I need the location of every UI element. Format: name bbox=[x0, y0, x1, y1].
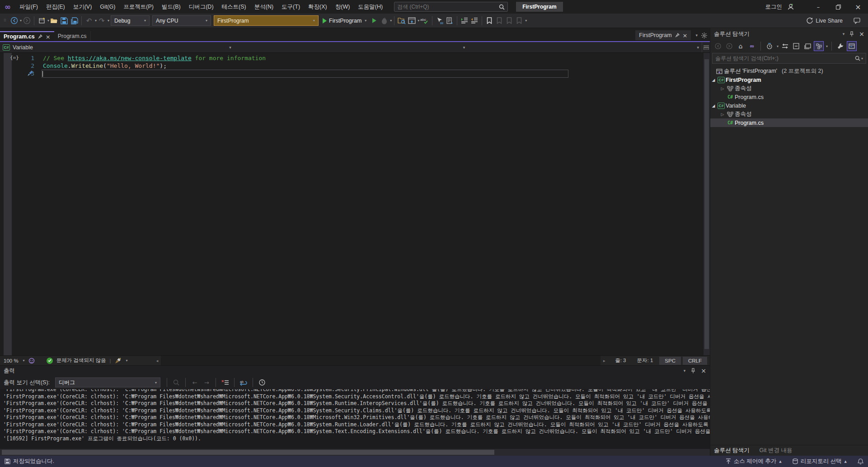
global-search-box[interactable] bbox=[394, 2, 508, 12]
tree-row-dependencies[interactable]: ▷ 종속성 bbox=[710, 84, 868, 93]
code-cleanup-dropdown[interactable]: ▾ bbox=[126, 359, 128, 363]
pending-changes-filter-icon[interactable] bbox=[765, 41, 774, 51]
output-horizontal-scrollbar[interactable] bbox=[0, 449, 710, 456]
close-panel-icon[interactable]: × bbox=[859, 30, 864, 38]
tree-row-solution[interactable]: 솔루션 'FirstProgram' (2 프로젝트의 2) bbox=[710, 67, 868, 75]
configuration-combo[interactable]: Debug▾ bbox=[111, 15, 150, 26]
explorer-forward-icon[interactable] bbox=[724, 41, 734, 51]
home-icon[interactable]: ⌂ bbox=[736, 41, 746, 51]
tree-row-project-firstprogram[interactable]: ◢ C# FirstProgram bbox=[710, 75, 868, 84]
navigate-forward-icon[interactable] bbox=[22, 15, 32, 26]
find-message-icon[interactable] bbox=[171, 377, 181, 388]
document-list-dropdown[interactable]: ▾ bbox=[695, 33, 698, 38]
bookmarks-dropdown[interactable]: ▾ bbox=[525, 19, 527, 23]
preview-selected-items-icon[interactable] bbox=[847, 41, 857, 51]
member-dropdown[interactable]: ▾ bbox=[468, 42, 702, 52]
scrollbar-thumb[interactable] bbox=[2, 450, 494, 455]
line-ending-indicator[interactable]: CRLF bbox=[683, 357, 707, 365]
show-all-files-icon[interactable] bbox=[814, 41, 824, 51]
properties-wrench-icon[interactable] bbox=[835, 41, 845, 51]
search-icon[interactable] bbox=[855, 56, 860, 61]
tab-settings-gear-icon[interactable] bbox=[701, 33, 707, 38]
code-cleanup-broom-icon[interactable] bbox=[115, 358, 122, 364]
feedback-icon[interactable] bbox=[852, 15, 862, 26]
solution-search-input[interactable] bbox=[715, 55, 855, 61]
zoom-level-dropdown[interactable]: 100 % bbox=[4, 358, 19, 363]
toggle-bookmark-icon[interactable] bbox=[484, 15, 494, 26]
menu-build[interactable]: 빌드(B) bbox=[158, 0, 185, 14]
tree-row-project-variable[interactable]: ◢ C# Variable bbox=[710, 101, 868, 110]
next-bookmark-icon[interactable] bbox=[504, 15, 514, 26]
user-account-icon[interactable] bbox=[786, 1, 796, 12]
find-in-files-icon[interactable] bbox=[397, 15, 407, 26]
solution-search-box[interactable]: ▾ bbox=[712, 53, 866, 64]
next-message-icon[interactable]: → bbox=[202, 377, 211, 388]
menu-help[interactable]: 도움말(H) bbox=[354, 0, 387, 14]
menu-analyze[interactable]: 분석(N) bbox=[250, 0, 277, 14]
preview-tab-firstprogram[interactable]: FirstProgram × bbox=[635, 30, 691, 40]
comment-hyperlink[interactable]: https://aka.ms/new-console-template bbox=[68, 55, 192, 61]
menu-debug[interactable]: 디버그(D) bbox=[185, 0, 218, 14]
open-folder-icon[interactable] bbox=[49, 15, 59, 26]
add-to-source-control-button[interactable]: 소스 제어에 추가 ▲ bbox=[726, 458, 782, 465]
scroll-left-icon[interactable]: ◂ bbox=[154, 359, 161, 363]
close-tab-icon[interactable]: × bbox=[683, 32, 688, 39]
menu-test[interactable]: 테스트(S) bbox=[218, 0, 250, 14]
filter-dropdown[interactable]: ▾ bbox=[777, 44, 779, 48]
health-check-icon[interactable] bbox=[47, 358, 53, 364]
tab-git-changes[interactable]: Git 변경 내용 bbox=[759, 447, 792, 454]
outline-region-icon[interactable]: {▫} bbox=[10, 55, 19, 61]
start-without-debugging-button[interactable] bbox=[369, 15, 379, 26]
expanded-arrow-icon[interactable]: ◢ bbox=[710, 104, 717, 108]
menu-project[interactable]: 프로젝트(P) bbox=[119, 0, 158, 14]
collapse-all-icon[interactable] bbox=[791, 41, 801, 51]
expanded-arrow-icon[interactable]: ◢ bbox=[710, 78, 717, 82]
sync-with-active-document-icon[interactable] bbox=[780, 41, 790, 51]
pin-tab-icon[interactable] bbox=[38, 34, 42, 39]
properties-pages-icon[interactable] bbox=[802, 41, 812, 51]
close-tab-icon[interactable]: × bbox=[46, 33, 51, 40]
search-icon[interactable] bbox=[499, 4, 505, 10]
char-indicator[interactable]: 문자: 1 bbox=[633, 357, 658, 364]
collapsed-arrow-icon[interactable]: ▷ bbox=[719, 112, 726, 117]
code-editor[interactable]: {▫} 1 // See https://aka.ms/new-console-… bbox=[0, 53, 710, 355]
menu-edit[interactable]: 편집(E) bbox=[42, 0, 69, 14]
quick-actions-screwdriver-icon[interactable] bbox=[27, 70, 33, 76]
window-position-dropdown[interactable]: ▾ bbox=[684, 368, 686, 373]
pin-tab-icon[interactable] bbox=[675, 33, 680, 38]
output-log[interactable]: 'FirstProgram.exe'(CoreCLR: clrhost): 'C… bbox=[0, 389, 710, 449]
space-mode-indicator[interactable]: SPC bbox=[659, 357, 681, 365]
collapsed-arrow-icon[interactable]: ▷ bbox=[719, 86, 726, 91]
type-dropdown[interactable]: ▾ bbox=[234, 42, 468, 52]
tree-row-program-cs[interactable]: C# Program.cs bbox=[710, 93, 868, 101]
scrollbar-thumb[interactable] bbox=[704, 59, 709, 349]
startup-project-combo[interactable]: FirstProgram▾ bbox=[214, 15, 319, 26]
redo-dropdown[interactable]: ▾ bbox=[108, 19, 109, 23]
menu-extensions[interactable]: 확장(X) bbox=[304, 0, 331, 14]
increase-indent-icon[interactable] bbox=[469, 15, 479, 26]
decrease-indent-icon[interactable] bbox=[460, 15, 469, 26]
menu-window[interactable]: 창(W) bbox=[331, 0, 354, 14]
tree-row-dependencies[interactable]: ▷ 종속성 bbox=[710, 110, 868, 118]
live-share-button[interactable]: Live Share bbox=[816, 18, 843, 24]
editor-vertical-scrollbar[interactable] bbox=[704, 53, 710, 355]
select-lines-icon[interactable] bbox=[435, 15, 445, 26]
search-options-dropdown[interactable]: ▾ bbox=[861, 57, 863, 61]
undo-icon[interactable]: ↶ bbox=[84, 15, 94, 26]
notifications-bell-icon[interactable] bbox=[858, 458, 863, 465]
scroll-right-icon[interactable]: ▸ bbox=[601, 359, 608, 363]
select-repository-button[interactable]: 리포지토리 선택 ▲ bbox=[793, 458, 847, 465]
sign-in-button[interactable]: 로그인 bbox=[765, 3, 783, 11]
platform-combo[interactable]: Any CPU▾ bbox=[152, 15, 211, 26]
redo-icon[interactable]: ↷ bbox=[97, 15, 107, 26]
show-all-files-dropdown[interactable]: ▾ bbox=[826, 44, 828, 48]
menu-view[interactable]: 보기(V) bbox=[69, 0, 96, 14]
word-wrap-icon[interactable]: ab bbox=[239, 377, 249, 388]
timestamp-clock-icon[interactable] bbox=[257, 377, 267, 388]
document-outline-icon[interactable] bbox=[445, 15, 455, 26]
previous-message-icon[interactable]: ← bbox=[190, 377, 200, 388]
restore-button[interactable] bbox=[828, 0, 848, 14]
clear-all-output-icon[interactable] bbox=[220, 377, 230, 388]
tab-program-cs-inactive[interactable]: Program.cs bbox=[54, 31, 91, 41]
menu-tools[interactable]: 도구(T) bbox=[277, 0, 304, 14]
